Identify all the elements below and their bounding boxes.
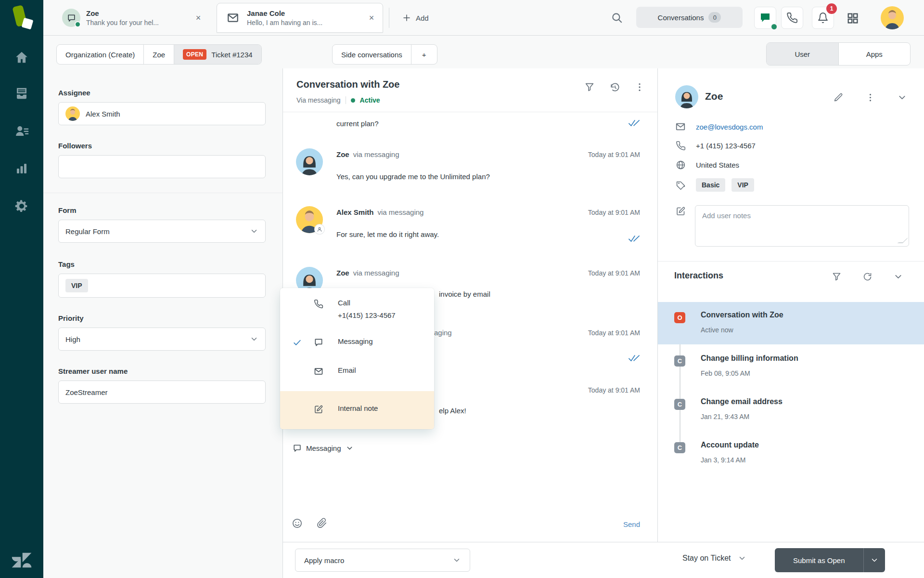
customer-tags-row: Basic VIP — [675, 178, 754, 192]
submit-options-caret[interactable] — [864, 548, 885, 572]
form-label: Form — [58, 206, 77, 214]
zendesk-logo-icon — [0, 552, 43, 568]
ticket-breadcrumb-bar: Organization (Create) Zoe OPEN Ticket #1… — [43, 36, 924, 68]
home-icon[interactable] — [0, 47, 43, 68]
assignee-value: Alex Smith — [86, 110, 120, 118]
interaction-status-badge: C — [674, 442, 685, 453]
resize-handle[interactable] — [897, 237, 909, 243]
channel-selector[interactable]: Messaging — [290, 441, 357, 456]
read-receipt-icon — [629, 119, 640, 127]
tab-apps[interactable]: Apps — [838, 43, 911, 65]
apply-macro-select[interactable]: Apply macro — [295, 549, 470, 572]
side-conversations-tab[interactable]: Side conversations — [333, 45, 411, 64]
streamer-input[interactable]: ZoeStreamer — [58, 381, 266, 404]
agent-avatar[interactable] — [881, 6, 904, 29]
streamer-value: ZoeStreamer — [65, 388, 108, 396]
reporting-icon[interactable] — [0, 158, 43, 179]
interaction-item[interactable]: C Change billing information Feb 08, 9:0… — [658, 350, 924, 387]
edit-pencil-icon[interactable] — [833, 92, 844, 103]
messaging-icon — [314, 338, 323, 347]
kebab-menu-icon[interactable] — [864, 92, 876, 103]
conversation-title: Conversation with Zoe — [296, 79, 399, 90]
interaction-item-current[interactable]: O Conversation with Zoe Active now — [658, 302, 924, 344]
filter-icon[interactable] — [583, 81, 596, 93]
active-status-label: Active — [360, 96, 380, 104]
emoji-icon[interactable] — [291, 517, 303, 529]
apply-macro-label: Apply macro — [304, 556, 344, 565]
status-badge: OPEN — [183, 49, 206, 60]
messaging-tab-icon — [62, 9, 80, 27]
user-notes-textarea[interactable]: Add user notes — [695, 205, 909, 247]
internal-note-icon — [314, 405, 323, 414]
ticket-tab-janae[interactable]: Janae Cole Hello, I am having an is... × — [217, 3, 383, 33]
new-side-conversation-button[interactable]: + — [411, 45, 437, 64]
notifications-button[interactable]: 1 — [812, 7, 834, 29]
admin-gear-icon[interactable] — [0, 196, 43, 217]
customers-icon[interactable] — [0, 120, 43, 142]
via-channel-label: Via messaging — [296, 96, 341, 104]
interaction-item[interactable]: C Account update Jan 3, 9:14 AM — [658, 437, 924, 473]
search-icon[interactable] — [609, 10, 625, 26]
breadcrumb-requester[interactable]: Zoe — [144, 45, 174, 64]
history-icon[interactable] — [608, 81, 621, 93]
interaction-item[interactable]: C Change email address Jan 21, 9:43 AM — [658, 394, 924, 430]
breadcrumb: Organization (Create) Zoe OPEN Ticket #1… — [56, 44, 262, 65]
filter-icon[interactable] — [831, 271, 842, 282]
breadcrumb-organization[interactable]: Organization (Create) — [57, 45, 144, 64]
followers-field[interactable] — [58, 155, 266, 178]
phone-icon — [786, 12, 798, 24]
context-panel-tabs: User Apps — [766, 42, 911, 66]
ticket-fields-panel: Assignee Alex Smith Followers Form Regul… — [43, 68, 283, 578]
read-receipt-icon — [629, 355, 640, 362]
refresh-icon[interactable] — [861, 271, 873, 282]
ticket-tab-zoe[interactable]: Zoe Thank you for your hel... × — [56, 0, 209, 36]
conversations-button[interactable]: Conversations 0 — [636, 7, 743, 28]
interaction-subtitle: Feb 08, 9:05 AM — [701, 369, 750, 377]
menu-item-email[interactable]: Email — [280, 366, 434, 380]
customer-profile-avatar[interactable] — [675, 85, 698, 108]
submit-as-open-button[interactable]: Submit as Open — [775, 548, 864, 572]
talk-product-button[interactable] — [781, 7, 803, 29]
close-tab-icon[interactable]: × — [364, 11, 379, 25]
streamer-label: Streamer user name — [58, 367, 128, 375]
interaction-status-badge: C — [674, 399, 685, 410]
apps-grid-icon[interactable] — [844, 10, 861, 27]
attachment-icon[interactable] — [316, 517, 328, 529]
interaction-status-badge: O — [674, 312, 685, 323]
check-icon — [293, 338, 302, 347]
views-icon[interactable] — [0, 83, 43, 104]
globe-icon — [675, 160, 686, 170]
message-text: For sure, let me do it right away. — [336, 229, 640, 240]
customer-tag-chip[interactable]: VIP — [732, 178, 754, 192]
message-channel: via messaging — [353, 150, 399, 158]
chat-product-button[interactable] — [754, 7, 776, 29]
send-button[interactable]: Send — [623, 520, 640, 528]
priority-select[interactable]: High — [58, 328, 266, 351]
customer-email-link[interactable]: zoe@lovesdogs.com — [696, 123, 763, 131]
breadcrumb-ticket[interactable]: OPEN Ticket #1234 — [174, 45, 261, 64]
product-logo-icon[interactable] — [0, 0, 43, 39]
collapse-chevron-icon[interactable] — [892, 271, 904, 282]
close-tab-icon[interactable]: × — [191, 11, 205, 25]
customer-tag-chip[interactable]: Basic — [696, 178, 725, 192]
requester-label: Zoe — [153, 51, 165, 59]
menu-item-messaging[interactable]: Messaging — [280, 337, 434, 351]
zendesk-agent-workspace: Zoe Thank you for your hel... × Janae Co… — [0, 0, 924, 578]
tags-field[interactable]: VIP — [58, 274, 266, 298]
email-icon — [675, 121, 686, 132]
stay-on-ticket-dropdown[interactable]: Stay on Ticket — [682, 554, 746, 563]
message-author: Zoe — [336, 150, 349, 158]
tag-chip[interactable]: VIP — [65, 279, 88, 292]
collapse-chevron-icon[interactable] — [896, 92, 908, 103]
menu-item-call[interactable]: Call +1(415) 123-4567 — [280, 299, 434, 326]
tab-user[interactable]: User — [767, 43, 838, 65]
add-tab-button[interactable]: Add — [398, 0, 434, 36]
message-channel: via messaging — [353, 269, 399, 277]
assignee-field[interactable]: Alex Smith — [58, 102, 266, 125]
kebab-menu-icon[interactable] — [633, 81, 646, 93]
messaging-icon — [293, 444, 302, 453]
form-select[interactable]: Regular Form — [58, 220, 266, 243]
menu-item-internal-note[interactable]: Internal note — [280, 391, 434, 429]
chevron-down-icon — [346, 444, 354, 452]
tab-divider — [389, 8, 389, 28]
